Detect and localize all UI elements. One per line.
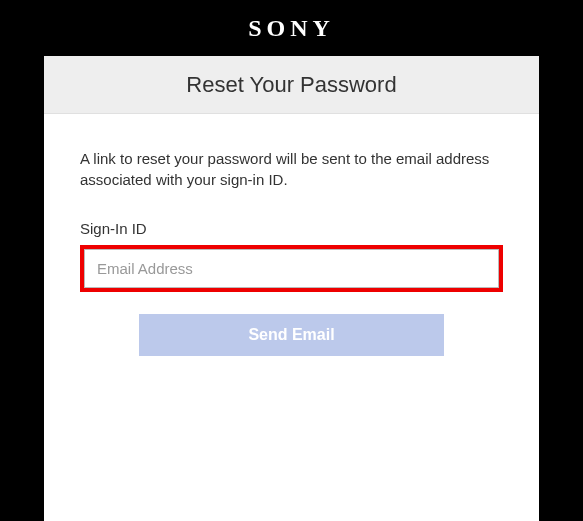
header: SONY — [44, 0, 539, 56]
email-field[interactable] — [84, 249, 499, 288]
signin-id-label: Sign-In ID — [80, 220, 503, 237]
send-email-button[interactable]: Send Email — [139, 314, 444, 356]
password-reset-panel: SONY Reset Your Password A link to reset… — [44, 0, 539, 521]
page-title: Reset Your Password — [186, 72, 396, 98]
button-wrapper: Send Email — [80, 314, 503, 356]
email-input-highlight — [80, 245, 503, 292]
title-bar: Reset Your Password — [44, 56, 539, 114]
sony-logo: SONY — [248, 15, 335, 42]
description-text: A link to reset your password will be se… — [80, 148, 503, 190]
content-area: A link to reset your password will be se… — [44, 114, 539, 390]
